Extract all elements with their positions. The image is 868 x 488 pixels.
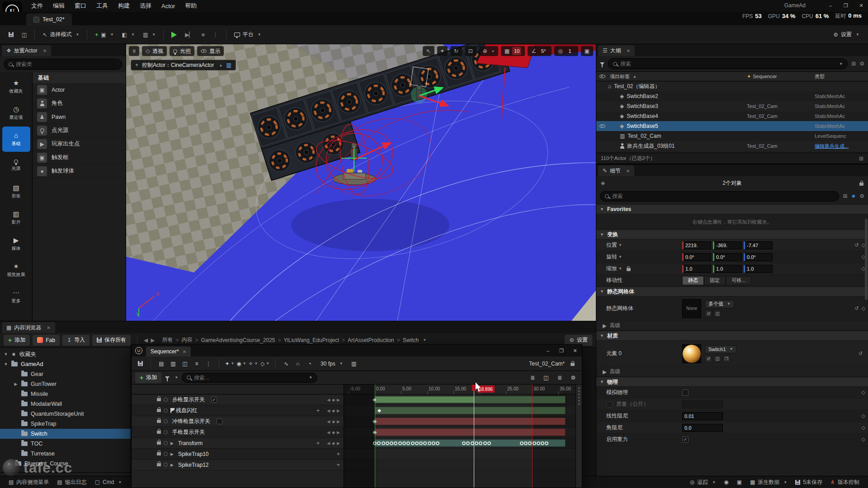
close-icon[interactable]: ✕ xyxy=(626,169,630,174)
column-type[interactable]: 类型 xyxy=(815,73,868,80)
add-content-button[interactable]: +添加 xyxy=(4,335,30,346)
close-icon[interactable]: ✕ xyxy=(47,325,50,330)
track-row-步枪显示开关[interactable]: 步枪显示开关✓◀◆▶ xyxy=(132,394,344,405)
angular-damping-value[interactable]: 0.0 xyxy=(682,424,723,432)
statusbar-5未保存[interactable]: 5未保存 xyxy=(791,476,826,488)
track-lane-Transform[interactable] xyxy=(344,438,576,449)
statusbar-输出日志[interactable]: ▤输出日志 xyxy=(53,476,90,488)
more-icon[interactable]: ⋮ xyxy=(203,359,213,369)
track-lane-残血闪红[interactable] xyxy=(344,405,576,416)
menu-item-2[interactable]: 窗口 xyxy=(70,0,91,12)
window-close-button[interactable]: ✕ xyxy=(568,346,582,356)
statusbar-追踪[interactable]: ◎追踪▼ xyxy=(686,476,720,488)
window-minimize-button[interactable]: – xyxy=(824,0,837,10)
place-item-角色[interactable]: 角色 xyxy=(33,97,126,110)
location-z[interactable]: -7.47 xyxy=(744,241,773,249)
breadcrumb-item-3[interactable]: YiLiuWang_EduProject xyxy=(284,337,340,343)
mass-override-checkbox[interactable] xyxy=(606,401,613,408)
reset-icon[interactable]: ↺ xyxy=(859,351,863,356)
menu-item-1[interactable]: 编辑 xyxy=(48,0,70,12)
tab-content-browser[interactable]: ▦ 内容浏览器 ✕ xyxy=(2,322,55,333)
tab-outliner[interactable]: ☰ 大纲 ✕ xyxy=(598,45,635,56)
prev-key-icon[interactable]: ◀ xyxy=(327,419,330,424)
menu-item-3[interactable]: 工具 xyxy=(91,0,113,12)
keyframe-circle[interactable] xyxy=(382,441,385,445)
place-category-shapes[interactable]: ▧形状 xyxy=(2,179,30,204)
prev-key-icon[interactable]: ◀ xyxy=(327,408,330,413)
location-label[interactable]: 位置▼ xyxy=(606,241,682,249)
add-key-icon[interactable]: ◆ xyxy=(332,419,335,424)
timeline-ruler[interactable]: -5.000.005.0010.0015.0020.0025.0030.0035… xyxy=(344,385,576,394)
simulate-physics-checkbox[interactable] xyxy=(682,389,689,396)
view-mode-icon[interactable]: ◫ xyxy=(541,373,551,383)
place-item-Pawn[interactable]: ♟Pawn xyxy=(33,110,126,124)
grid-snap-toggle[interactable]: ▦10 xyxy=(501,46,525,56)
tree-folder-Switch[interactable]: Switch xyxy=(0,429,131,439)
fps-dropdown[interactable]: 30 fps▼ xyxy=(316,357,347,370)
track-lane-步枪显示开关[interactable] xyxy=(344,394,576,405)
timeline-scrollbar[interactable] xyxy=(576,385,582,488)
camera-speed-value[interactable]: 1 xyxy=(566,47,575,55)
menu-item-0[interactable]: 文件 xyxy=(26,0,48,12)
track-section[interactable] xyxy=(375,418,566,425)
breadcrumb-item-5[interactable]: Switch xyxy=(403,337,419,343)
viewport-lit-dropdown[interactable]: 光照 xyxy=(170,46,194,56)
place-item-触发框[interactable]: ▣触发框 xyxy=(33,151,126,164)
maximize-viewport-button[interactable]: ▣ xyxy=(581,46,593,56)
outliner-row-Test_02_Cam[interactable]: ▥Test_02_CamLevelSequenc xyxy=(596,131,868,141)
tree-folder-Missile[interactable]: Missile xyxy=(0,389,131,399)
column-item-label[interactable]: 项目标签▲ xyxy=(608,73,747,80)
statusbar-gallery[interactable]: ▣ xyxy=(733,476,746,488)
track-lane-SpikeTrap10[interactable] xyxy=(344,449,576,460)
save-button[interactable] xyxy=(5,28,18,41)
track-lane-SpikeTrap12[interactable] xyxy=(344,460,576,470)
rotation-y[interactable]: 0.0° xyxy=(713,253,742,261)
material-thumbnail[interactable] xyxy=(682,344,701,363)
timeline[interactable]: -5.000.005.0010.0015.0020.0025.0030.0035… xyxy=(344,385,582,488)
menu-item-4[interactable]: 构建 xyxy=(113,0,135,12)
track-lane-冲锋枪显示开关[interactable] xyxy=(344,416,576,427)
track-row-Transform[interactable]: ▶Transform+◀◆▶ xyxy=(132,438,344,449)
outliner-row-SwtichBase4[interactable]: ◈SwtichBase4Test_02_CamStaticMeshAc xyxy=(596,111,868,121)
next-key-icon[interactable]: ▶ xyxy=(337,398,340,402)
mobility-stationary-button[interactable]: 固定 xyxy=(704,276,726,285)
use-selected-icon[interactable]: ◫ xyxy=(714,355,721,362)
rotation-x[interactable]: 0.0° xyxy=(682,253,711,261)
track-row-残血闪红[interactable]: 残血闪红+◀◆▶ xyxy=(132,405,344,416)
place-category-bulb[interactable]: 光源 xyxy=(2,153,30,178)
keyframe-icon[interactable]: ◇ xyxy=(862,305,865,311)
filter-icon[interactable] xyxy=(165,376,170,379)
cinematics-button[interactable]: ▥▼ xyxy=(139,28,160,41)
statusbar-circle[interactable]: ◉ xyxy=(720,476,732,488)
section-physics[interactable]: ▼物理 xyxy=(596,377,868,387)
rotate-tool-button[interactable]: ↻ xyxy=(450,46,462,56)
save-all-button[interactable]: 保存所有 xyxy=(92,335,131,346)
material-dropdown[interactable]: Swtich1▼ xyxy=(705,345,736,353)
outliner-view-icon[interactable]: ⊞ xyxy=(859,156,863,161)
forward-icon[interactable]: ▶ xyxy=(151,338,155,343)
close-icon[interactable]: ✕ xyxy=(43,48,47,53)
keyframe-circle[interactable] xyxy=(475,441,478,445)
menu-item-7[interactable]: 帮助 xyxy=(180,0,202,12)
key-all-icon[interactable]: ◇▼ xyxy=(260,359,270,369)
window-close-button[interactable]: ✕ xyxy=(854,0,868,10)
advanced-expander[interactable]: ▶高级 xyxy=(596,321,868,331)
place-category-more[interactable]: ⋯更多 xyxy=(2,284,30,309)
render-movie-icon[interactable]: ◫ xyxy=(180,359,190,369)
playhead-marker[interactable] xyxy=(472,385,476,391)
fab-button[interactable]: Fab xyxy=(33,335,60,346)
tree-folder-SpikeTrap[interactable]: SpikeTrap xyxy=(0,419,131,429)
add-actor-button[interactable]: +▣▼ xyxy=(91,28,118,41)
section-materials[interactable]: ▼材质 xyxy=(596,331,868,341)
scale-label[interactable]: 缩放▼ xyxy=(606,265,682,272)
visibility-icon[interactable] xyxy=(599,124,605,128)
details-settings-icon[interactable]: ⚙ xyxy=(859,193,864,199)
static-mesh-dropdown[interactable]: 多个值▼ xyxy=(705,300,734,308)
next-key-icon[interactable]: ▶ xyxy=(337,408,340,413)
window-minimize-button[interactable]: – xyxy=(541,346,555,356)
statusbar-Cmd[interactable]: ▢Cmd▼ xyxy=(91,476,126,488)
use-selected-icon[interactable]: ◫ xyxy=(714,310,721,317)
details-search-input[interactable] xyxy=(612,193,834,199)
display-filter-icon[interactable]: ⊞ xyxy=(843,193,847,199)
keyframe-options-icon[interactable]: ✦▼ xyxy=(225,359,235,369)
